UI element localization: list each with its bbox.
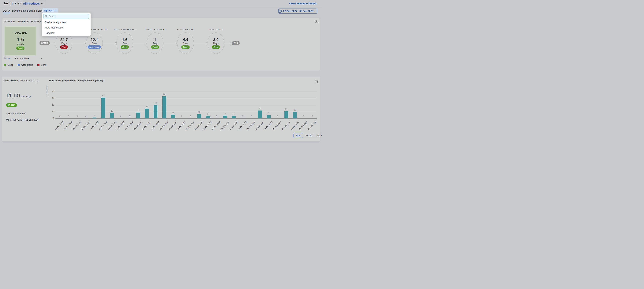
dropdown-item[interactable]: Flow Metrics 2.0 xyxy=(45,26,63,29)
deployment-bar[interactable] xyxy=(162,96,166,118)
stage-rating-badge: Good xyxy=(212,46,220,49)
x-axis-tick-label: 17 Dec 2024 xyxy=(142,121,151,130)
tab-sprint-insights[interactable]: Sprint Insights xyxy=(27,9,42,12)
stage-circle: 1DayGood xyxy=(147,32,164,54)
legend-label: Acceptable xyxy=(21,64,33,66)
x-axis-tick-label: 10 Dec 2024 xyxy=(80,121,90,130)
deployment-rate: 11.60 Per Day xyxy=(6,92,31,99)
y-axis-tick-label: 40 xyxy=(47,104,54,106)
legend-swatch xyxy=(38,64,40,66)
deployment-bar[interactable] xyxy=(102,98,105,118)
x-axis-tick-label: 03 Jan 2025 xyxy=(290,121,299,130)
search-input[interactable] xyxy=(43,14,89,19)
bar-value-label: 19 xyxy=(291,109,299,111)
deployment-bar[interactable] xyxy=(136,112,140,118)
stage-value: 1.6 xyxy=(122,38,128,42)
chart-gridline xyxy=(56,105,317,105)
dropdown-item[interactable]: Business Alignment xyxy=(45,21,66,24)
bar-value-label: 23 xyxy=(256,108,264,110)
stage-circle: 1.6DayGood xyxy=(116,32,133,54)
x-axis-tick-label: 18 Dec 2024 xyxy=(150,121,160,130)
deployments-bar-chart: 806040200007 Dec 2024008 Dec 2024009 Dec… xyxy=(56,90,317,144)
x-axis-tick-label: 09 Dec 2024 xyxy=(72,121,82,130)
stage-unit: Days xyxy=(61,42,66,44)
collection-selector[interactable]: All Products xyxy=(21,1,45,6)
x-axis-tick-label: 26 Dec 2024 xyxy=(220,121,230,130)
view-collection-details-link[interactable]: View Collection Details xyxy=(289,2,317,5)
chart-baseline xyxy=(56,118,317,119)
calendar-icon xyxy=(279,10,282,12)
widget-settings-icon[interactable] xyxy=(315,80,318,83)
x-axis-tick-label: 08 Dec 2024 xyxy=(63,121,73,130)
x-axis-tick-label: 22 Dec 2024 xyxy=(185,121,195,130)
stage-label: APPROVAL TIME xyxy=(171,28,200,32)
legend-item: Slow xyxy=(38,64,46,66)
granularity-day-button[interactable]: Day xyxy=(294,133,303,138)
bar-value-label: 2 xyxy=(90,114,99,116)
bar-value-label: 0 xyxy=(274,115,282,117)
stage-value: 12.1 xyxy=(91,38,98,42)
x-axis-tick-label: 28 Dec 2024 xyxy=(237,121,247,130)
deployment-date-range: 07 Dec 2024 - 05 Jan 2025 xyxy=(6,118,39,121)
tab-dora[interactable]: DORA xyxy=(3,9,10,12)
bar-value-label: 12 xyxy=(195,111,203,113)
deployment-bar[interactable] xyxy=(145,108,149,118)
deployment-bar[interactable] xyxy=(171,115,175,118)
tab-dev-insights[interactable]: Dev Insights xyxy=(12,9,26,12)
stage-label: PR CREATION TIME xyxy=(110,28,139,32)
chevron-down-icon xyxy=(55,10,56,11)
y-axis-tick-label: 20 xyxy=(47,110,54,112)
stage-circle: 3.9DaysGood xyxy=(208,32,224,54)
deployment-bar[interactable] xyxy=(258,110,262,118)
granularity-month-button[interactable]: Month xyxy=(314,133,322,138)
deployment-bar[interactable] xyxy=(293,112,297,118)
legend-label: Slow xyxy=(41,64,46,66)
stage-rating-badge: Acceptable xyxy=(88,46,101,49)
bar-value-label: 17 xyxy=(134,110,142,112)
deployment-bar[interactable] xyxy=(110,113,114,118)
deployment-bar[interactable] xyxy=(267,115,271,118)
deployment-bar[interactable] xyxy=(197,114,201,118)
search-field-wrap xyxy=(43,14,89,19)
bar-value-label: 11 xyxy=(169,112,177,114)
deployment-bar[interactable] xyxy=(284,111,288,118)
search-icon xyxy=(45,15,47,17)
rating-legend: GoodAcceptableSlow xyxy=(4,64,46,66)
deployment-bar[interactable] xyxy=(206,116,210,118)
more-tabs-button[interactable]: +3 more xyxy=(42,8,58,13)
x-axis-tick-label: 11 Dec 2024 xyxy=(90,121,99,130)
stage-label: MERGE TIME xyxy=(202,28,230,32)
x-axis-tick-label: 21 Dec 2024 xyxy=(176,121,186,130)
stage-circle: 4.4DaysGood xyxy=(177,32,194,54)
dropdown-item[interactable]: Sandbox xyxy=(45,32,54,34)
chart-gridline xyxy=(56,92,317,92)
bar-value-label: 0 xyxy=(300,115,308,117)
x-axis-tick-label: 31 Dec 2024 xyxy=(264,121,273,130)
stage-value: 3.9 xyxy=(213,38,218,42)
deployment-bar[interactable] xyxy=(154,105,158,118)
total-deployments: 348 deployments xyxy=(6,112,26,115)
active-tab-underline xyxy=(3,13,10,13)
granularity-week-button[interactable]: Week xyxy=(303,133,314,138)
page-title: Insights for xyxy=(4,2,22,5)
elite-tier-badge: ELITE xyxy=(6,103,17,107)
show-metric-select[interactable]: Average time xyxy=(14,57,42,60)
x-axis-tick-label: 01 Jan 2025 xyxy=(272,121,282,130)
deployment-bar[interactable] xyxy=(232,116,236,118)
info-icon[interactable]: i xyxy=(36,80,38,82)
deployment-bar[interactable] xyxy=(93,118,96,118)
x-axis-tick-label: 25 Dec 2024 xyxy=(211,121,221,130)
bar-value-label: 8 xyxy=(221,112,229,115)
bar-value-label: 9 xyxy=(265,112,273,114)
more-tabs-count: +3 xyxy=(44,9,47,12)
stage-unit: Days xyxy=(183,42,188,44)
bar-value-label: 6 xyxy=(204,113,212,115)
legend-swatch xyxy=(18,64,20,66)
stage-value: 4.4 xyxy=(183,38,188,42)
deployment-bar[interactable] xyxy=(223,116,227,118)
stage-value: 1 xyxy=(154,38,156,42)
x-axis-tick-label: 20 Dec 2024 xyxy=(168,121,177,130)
bar-value-label: 0 xyxy=(247,115,256,117)
widget-settings-icon[interactable] xyxy=(315,20,318,23)
date-range-picker[interactable]: 07 Dec 2024 - 05 Jan 2025 xyxy=(278,8,317,14)
